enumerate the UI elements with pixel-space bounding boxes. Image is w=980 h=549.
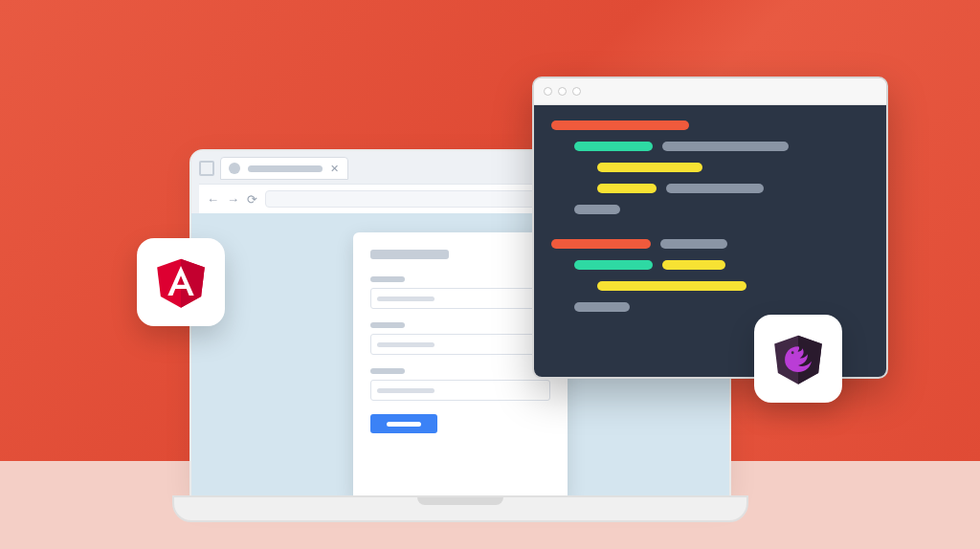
form-field-label (370, 368, 405, 374)
form-text-input (370, 334, 550, 355)
back-icon: ← (207, 192, 219, 207)
code-line (574, 302, 630, 312)
forward-icon: → (227, 192, 239, 207)
ngrx-icon (770, 329, 826, 388)
code-row (551, 184, 869, 193)
traffic-light-close-icon (544, 87, 552, 96)
tab-favicon-icon (229, 163, 240, 174)
form-field-label (370, 322, 405, 328)
form-text-input (370, 380, 550, 401)
angular-icon (153, 253, 209, 312)
laptop-notch (417, 497, 503, 505)
code-line (574, 205, 620, 214)
code-line (551, 121, 689, 130)
code-row (551, 260, 869, 270)
traffic-light-zoom-icon (572, 87, 581, 96)
editor-title-bar (534, 78, 886, 105)
traffic-light-minimize-icon (558, 87, 567, 96)
submit-button (370, 414, 437, 433)
form-title-placeholder (370, 250, 449, 259)
code-row (551, 142, 869, 151)
ngrx-logo-card (754, 315, 842, 403)
window-control-icon (199, 161, 214, 176)
code-line (597, 163, 702, 172)
form-text-input (370, 288, 550, 309)
close-tab-icon: ✕ (330, 164, 340, 173)
code-row (551, 239, 869, 249)
reload-icon: ⟳ (247, 192, 257, 207)
laptop-base (172, 495, 748, 522)
form-field-label (370, 276, 405, 282)
svg-point-4 (791, 351, 794, 354)
code-line (597, 281, 746, 291)
browser-tab: ✕ (220, 157, 348, 180)
angular-logo-card (137, 238, 225, 326)
tab-title-placeholder (248, 165, 323, 172)
